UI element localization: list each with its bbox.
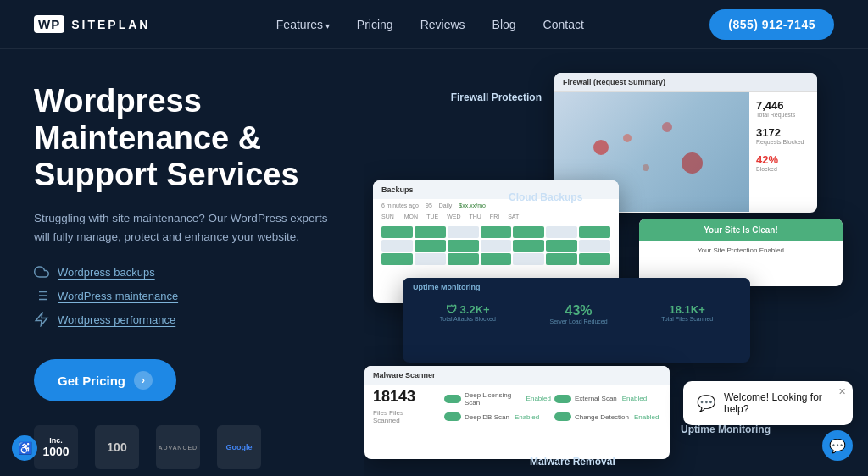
badge-section: Inc.1000 100 ADVANCED Google xyxy=(34,425,331,469)
chat-close-button[interactable]: ✕ xyxy=(838,386,846,397)
uptime-card: Uptime Monitoring 🛡 3.2K+ Total Attacks … xyxy=(403,278,750,363)
firewall-label: Firewall Protection xyxy=(451,91,542,103)
feature-maintenance[interactable]: WordPress maintenance xyxy=(34,288,331,303)
nav-item-features[interactable]: Features xyxy=(276,17,330,32)
badge-inc: Inc.1000 xyxy=(34,425,78,469)
badge-100: 100 xyxy=(95,425,139,469)
clean-header: Your Site Is Clean! xyxy=(639,219,843,241)
nav-item-pricing[interactable]: Pricing xyxy=(357,17,393,32)
logo-wp-badge: WP xyxy=(34,15,64,33)
uptime-stat-2: 43% Server Load Reduced xyxy=(549,303,607,324)
svg-marker-6 xyxy=(36,313,47,326)
firewall-stats: 7,446 Total Requests 3172 Requests Block… xyxy=(749,92,817,212)
malware-card: Malware Scanner 18143 Files Files Scanne… xyxy=(364,366,670,459)
uptime-card-title: Uptime Monitoring xyxy=(403,278,750,296)
list-icon xyxy=(34,288,49,303)
feature-backups[interactable]: Wordpress backups xyxy=(34,264,331,280)
chat-open-button[interactable]: 💬 xyxy=(822,430,853,461)
navbar: WP SITEPLAN Features Pricing Reviews Blo… xyxy=(0,0,868,49)
nav-item-reviews[interactable]: Reviews xyxy=(420,17,465,32)
badge-advanced: ADVANCED xyxy=(156,425,200,469)
uptime-label: Uptime Monitoring xyxy=(681,423,771,435)
backup-grid xyxy=(373,221,619,270)
nav-links: Features Pricing Reviews Blog Contact xyxy=(276,17,584,32)
logo-site-name: SITEPLAN xyxy=(71,18,150,31)
nav-item-blog[interactable]: Blog xyxy=(492,17,516,32)
main-content: WordpressMaintenance &Support Services S… xyxy=(0,49,868,476)
malware-card-title: Malware Scanner xyxy=(364,366,670,385)
phone-button[interactable]: (855) 912-7145 xyxy=(709,9,834,40)
badge-google: Google xyxy=(217,425,261,469)
malware-count-label: Files Files Scanned xyxy=(364,409,436,428)
uptime-stats: 🛡 3.2K+ Total Attacks Blocked 43% Server… xyxy=(403,296,750,331)
cloud-icon xyxy=(34,264,49,280)
uptime-stat-3: 18.1K+ Total Files Scanned xyxy=(661,303,713,324)
chat-widget: ✕ 💬 Welcome! Looking for help? xyxy=(683,381,853,425)
get-pricing-button[interactable]: Get Pricing › xyxy=(34,359,176,401)
malware-label: Malware Removal xyxy=(530,456,615,468)
dashboard-preview: Firewall Protection Cloud Backups Uptime… xyxy=(364,49,868,476)
hero-title: WordpressMaintenance &Support Services xyxy=(34,83,331,194)
clean-sub: Your Site Protection Enabled xyxy=(639,241,843,259)
feature-performance[interactable]: Wordpress performance xyxy=(34,312,331,327)
firewall-card-title: Firewall (Request Summary) xyxy=(554,73,817,92)
clean-card: Your Site Is Clean! Your Site Protection… xyxy=(639,219,843,286)
uptime-stat-1: 🛡 3.2K+ Total Attacks Blocked xyxy=(440,303,496,324)
logo[interactable]: WP SITEPLAN xyxy=(34,15,150,33)
hero-section: WordpressMaintenance &Support Services S… xyxy=(0,49,364,476)
nav-item-contact[interactable]: Contact xyxy=(543,17,584,32)
malware-count: 18143 xyxy=(364,385,436,409)
bolt-icon xyxy=(34,312,49,327)
backups-label: Cloud Backups xyxy=(509,191,582,203)
hero-subtitle: Struggling with site maintenance? Our Wo… xyxy=(34,209,331,246)
feature-list: Wordpress backups WordPress maintenance … xyxy=(34,264,331,335)
chat-icon: 💬 xyxy=(829,438,846,454)
cta-arrow-icon: › xyxy=(134,371,153,390)
accessibility-icon: ♿ xyxy=(18,441,32,455)
malware-rows: Deep Licensing ScanEnabled External Scan… xyxy=(436,385,670,428)
accessibility-button[interactable]: ♿ xyxy=(12,435,37,461)
chat-message: Welcome! Looking for help? xyxy=(724,391,839,415)
